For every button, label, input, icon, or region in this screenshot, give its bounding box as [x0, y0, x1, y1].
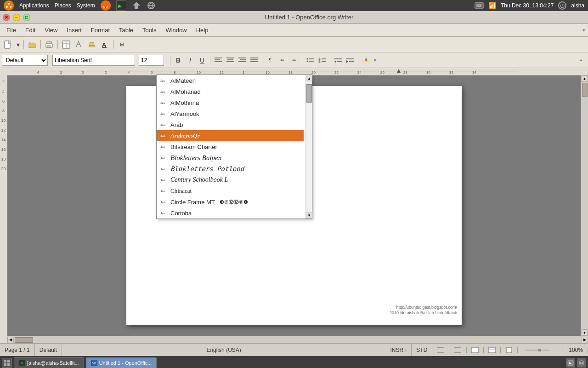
taskbar: $ [aisha@aisha-Satellit... W Untitled 1 … [0, 356, 588, 368]
separator-4 [113, 40, 113, 49]
font-size-input[interactable] [139, 55, 164, 66]
font-preview-icon: AA [160, 187, 168, 195]
menu-view[interactable]: View [40, 25, 62, 35]
format-button[interactable] [73, 39, 85, 51]
insert-mode-btn[interactable]: ⊞ [116, 39, 128, 51]
taskbar-writer[interactable]: W Untitled 1 - OpenOffic... [86, 357, 157, 368]
scroll-up-arrow[interactable]: ▲ [306, 75, 312, 81]
arrow-icon[interactable] [132, 1, 141, 10]
maximize-button[interactable]: □ [23, 14, 30, 21]
selection-mode-section [432, 344, 449, 356]
font-item-4[interactable]: AAArab [157, 119, 304, 130]
new-dropdown-button[interactable]: ▾ [15, 39, 21, 51]
insert-mode-display: INSRT [390, 347, 407, 353]
menu-table[interactable]: Table [114, 25, 138, 35]
font-item-8[interactable]: AABlokletters Potlood [157, 163, 304, 174]
svg-text:A: A [163, 135, 165, 138]
ltr-button[interactable]: ⇒ [288, 55, 300, 66]
font-item-3[interactable]: AAAlYarmook [157, 108, 304, 119]
number-list-button[interactable]: 1.2. [317, 55, 328, 66]
color-button[interactable]: A [99, 39, 111, 51]
open-button[interactable] [26, 39, 38, 51]
menu-tools[interactable]: Tools [138, 25, 161, 35]
scroll-thumb[interactable] [582, 83, 588, 97]
bullet-list-button[interactable] [305, 55, 316, 66]
highlight-dropdown[interactable]: ▾ [373, 55, 377, 66]
firefox-icon[interactable]: 🦊 [101, 0, 111, 11]
font-name-field[interactable] [55, 57, 133, 63]
decrease-indent-button[interactable] [333, 55, 344, 66]
zoom-slider-section[interactable] [518, 347, 564, 353]
highlighter-button[interactable] [86, 39, 98, 51]
menu-insert[interactable]: Insert [62, 25, 86, 35]
new-button[interactable] [2, 39, 14, 51]
ubuntu-icon[interactable] [4, 0, 14, 11]
font-item-0[interactable]: AAAlMateen [157, 75, 304, 86]
applications-menu[interactable]: Applications [19, 2, 49, 9]
scroll-down-arrow[interactable]: ▼ [306, 212, 312, 218]
font-dropdown-scrollbar[interactable]: ▲ ▼ [305, 75, 312, 218]
horizontal-scrollbar[interactable]: ◀ ▶ [7, 336, 588, 343]
font-item-9[interactable]: AACentury Schoolbook L [157, 174, 304, 185]
align-center-button[interactable] [225, 55, 236, 66]
view-web-btn[interactable] [484, 347, 501, 353]
scroll-thumb[interactable] [306, 84, 312, 103]
system-menu[interactable]: System [77, 2, 95, 9]
terminal-icon[interactable]: ▶_ [116, 0, 126, 11]
show-desktop-button[interactable] [2, 358, 12, 368]
increase-indent-button[interactable] [345, 55, 356, 66]
places-menu[interactable]: Places [55, 2, 71, 9]
vruler-14: 14 [1, 138, 6, 142]
font-item-12[interactable]: AACortoba [157, 207, 304, 218]
language-display: English (USA) [206, 347, 241, 353]
underline-button[interactable]: U [197, 55, 208, 66]
menu-format[interactable]: Format [86, 25, 114, 35]
align-right-button[interactable] [237, 55, 248, 66]
menu-file[interactable]: File [2, 25, 21, 35]
power-icon[interactable] [558, 1, 566, 10]
font-item-5[interactable]: AAArabeyesQr [157, 130, 304, 141]
font-item-6[interactable]: AABitstream Charter [157, 141, 304, 152]
svg-text:2: 2 [105, 70, 107, 75]
para-spacing-button[interactable]: ¶ [265, 55, 276, 66]
menu-help[interactable]: Help [192, 25, 213, 35]
system-bar-left: Applications Places System 🦊 ▶_ [4, 0, 156, 11]
close-button[interactable]: ✕ [3, 14, 10, 21]
align-justify-button[interactable] [249, 55, 260, 66]
view-print-btn[interactable] [501, 347, 518, 353]
align-left-button[interactable] [213, 55, 224, 66]
scroll-left-button[interactable]: ◀ [7, 337, 14, 343]
italic-button[interactable]: I [185, 55, 196, 66]
print-button[interactable] [43, 39, 55, 51]
style-selector[interactable]: Default [2, 55, 48, 66]
font-item-1[interactable]: AAAlMohanad [157, 86, 304, 97]
scroll-up-button[interactable]: ▲ [582, 75, 588, 82]
font-item-2[interactable]: AAAlMothnna [157, 97, 304, 108]
menu-edit[interactable]: Edit [21, 25, 40, 35]
hscroll-thumb[interactable] [15, 337, 33, 343]
minimize-button[interactable]: − [13, 14, 20, 21]
rtl-button[interactable]: ⇐ [277, 55, 288, 66]
scroll-down-button[interactable]: ▼ [582, 329, 588, 336]
font-item-11[interactable]: AACircle Frame MT ❸⑧⑫⑫⑧❶ [157, 196, 304, 207]
vertical-ruler: 2 4 6 8 10 12 14 16 18 20 [0, 68, 7, 343]
font-item-7[interactable]: AABlokletters Balpen [157, 152, 304, 163]
vertical-scrollbar[interactable]: ▲ ▼ [581, 75, 588, 336]
keyboard-icon[interactable]: ⌨ [475, 2, 484, 9]
font-item-10[interactable]: AAChinacat [157, 185, 304, 196]
tray-icon-1[interactable]: ▶ [566, 358, 575, 368]
network-icon[interactable] [147, 1, 156, 10]
menu-window[interactable]: Window [161, 25, 191, 35]
tray-icon-2[interactable]: ✉ [577, 358, 586, 368]
font-highlight-button[interactable] [361, 55, 372, 66]
scroll-right-button[interactable]: ▶ [582, 337, 588, 343]
bold-button[interactable]: B [173, 55, 184, 66]
font-size-field[interactable] [141, 57, 162, 63]
font-name-label: AlMohanad [170, 88, 201, 95]
more-controls-button[interactable]: » [575, 55, 586, 66]
table-button[interactable] [60, 39, 72, 51]
font-name-input[interactable] [52, 55, 135, 66]
view-normal-btn[interactable] [466, 347, 484, 353]
wifi-icon[interactable]: 📶 [488, 2, 496, 9]
taskbar-terminal[interactable]: $ [aisha@aisha-Satellit... [14, 357, 84, 368]
